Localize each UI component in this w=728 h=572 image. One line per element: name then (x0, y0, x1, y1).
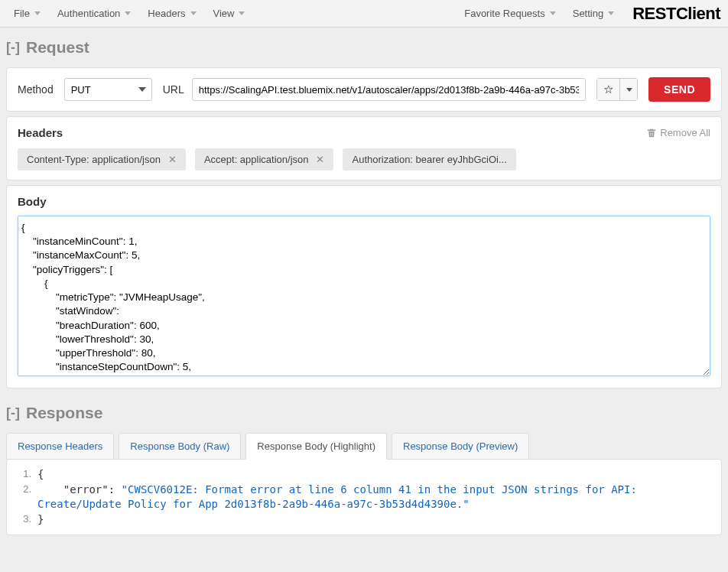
code-line: 1. { (11, 467, 717, 483)
menu-fav-label: Favorite Requests (464, 8, 545, 19)
header-tag-label: Accept: application/json (204, 154, 309, 165)
tab-response-body-highlight[interactable]: Response Body (Highlight) (245, 433, 387, 460)
menu-headers[interactable]: Headers (141, 3, 202, 24)
headers-panel-header: Headers Remove All (18, 126, 710, 139)
url-input[interactable] (192, 78, 586, 101)
caret-down-icon (34, 11, 41, 15)
code-token-key: "error" (63, 483, 109, 496)
menu-headers-label: Headers (148, 8, 185, 19)
send-button[interactable]: SEND (648, 77, 710, 102)
header-tags: Content-Type: application/json ✕ Accept:… (18, 148, 710, 171)
caret-down-icon (608, 11, 614, 15)
method-label: Method (18, 83, 54, 96)
caret-down-icon (550, 11, 556, 15)
remove-all-button[interactable]: Remove All (647, 127, 710, 138)
body-title: Body (18, 195, 710, 208)
collapse-toggle-response[interactable]: [-] (6, 405, 20, 421)
code-token: } (37, 513, 44, 525)
star-icon: ☆ (603, 83, 613, 96)
collapse-toggle-request[interactable]: [-] (6, 40, 20, 56)
response-section-title: Response (26, 404, 102, 422)
close-icon[interactable]: ✕ (168, 154, 177, 165)
response-code: 1. { 2. "error": "CWSCV6012E: Format err… (11, 467, 717, 527)
menu-setting[interactable]: Setting (567, 3, 620, 24)
favorite-dropdown-button[interactable] (620, 79, 637, 100)
code-line: 3. } (11, 512, 717, 528)
response-body-panel: 1. { 2. "error": "CWSCV6012E: Format err… (6, 459, 722, 535)
request-panel: Method PUT URL ☆ SEND (6, 67, 722, 112)
menubar-left: File Authentication Headers View (8, 3, 251, 24)
caret-down-icon (239, 11, 245, 15)
method-select-wrap: PUT (64, 78, 152, 101)
method-select[interactable]: PUT (64, 78, 152, 101)
menu-view-label: View (213, 8, 235, 19)
request-section-title: Request (26, 38, 89, 57)
close-icon[interactable]: ✕ (316, 154, 324, 165)
request-section-header: [-] Request (0, 28, 728, 63)
header-tag-accept[interactable]: Accept: application/json ✕ (195, 148, 334, 171)
remove-all-label: Remove All (660, 127, 710, 138)
url-label: URL (163, 83, 184, 96)
code-line: 2. "error": "CWSCV6012E: Format error at… (11, 483, 717, 512)
code-token-string: "CWSCV6012E: Format error at line 6 colu… (37, 483, 643, 511)
menu-favorite-requests[interactable]: Favorite Requests (458, 3, 562, 24)
headers-title: Headers (18, 126, 63, 139)
menubar-right: Favorite Requests Setting RESTClient (458, 3, 720, 24)
code-token: : (109, 483, 122, 496)
menu-setting-label: Setting (573, 8, 603, 19)
caret-down-icon (125, 11, 131, 15)
line-number: 2. (11, 483, 37, 512)
favorite-star-button[interactable]: ☆ (597, 79, 620, 100)
tab-response-body-raw[interactable]: Response Body (Raw) (119, 433, 241, 460)
body-panel: Body (6, 185, 722, 388)
code-token: { (37, 468, 44, 480)
caret-down-icon (626, 88, 632, 92)
request-body-input[interactable] (18, 216, 710, 376)
menu-authentication[interactable]: Authentication (51, 3, 137, 24)
header-tag-label: Content-Type: application/json (27, 154, 161, 165)
response-tabs: Response Headers Response Body (Raw) Res… (6, 433, 722, 460)
header-tag-authorization[interactable]: Authorization: bearer eyJhbGciOi... (343, 148, 515, 171)
menu-view[interactable]: View (207, 3, 252, 24)
url-group: URL (163, 78, 586, 101)
response-section-header: [-] Response (0, 393, 728, 428)
menubar: File Authentication Headers View Favorit… (0, 0, 728, 28)
header-tag-label: Authorization: bearer eyJhbGciOi... (352, 154, 506, 165)
favorite-group: ☆ (596, 78, 638, 101)
trash-icon (647, 128, 656, 138)
line-number: 1. (11, 467, 37, 483)
line-number: 3. (11, 512, 37, 528)
header-tag-content-type[interactable]: Content-Type: application/json ✕ (18, 148, 186, 171)
menu-file[interactable]: File (8, 3, 47, 24)
tab-response-headers[interactable]: Response Headers (6, 433, 114, 460)
request-row: Method PUT URL ☆ SEND (18, 77, 710, 102)
headers-panel: Headers Remove All Content-Type: applica… (6, 116, 722, 180)
menu-auth-label: Authentication (57, 8, 120, 19)
menu-file-label: File (14, 8, 30, 19)
caret-down-icon (190, 11, 197, 15)
tab-response-body-preview[interactable]: Response Body (Preview) (392, 433, 529, 460)
brand-logo: RESTClient (632, 4, 720, 24)
